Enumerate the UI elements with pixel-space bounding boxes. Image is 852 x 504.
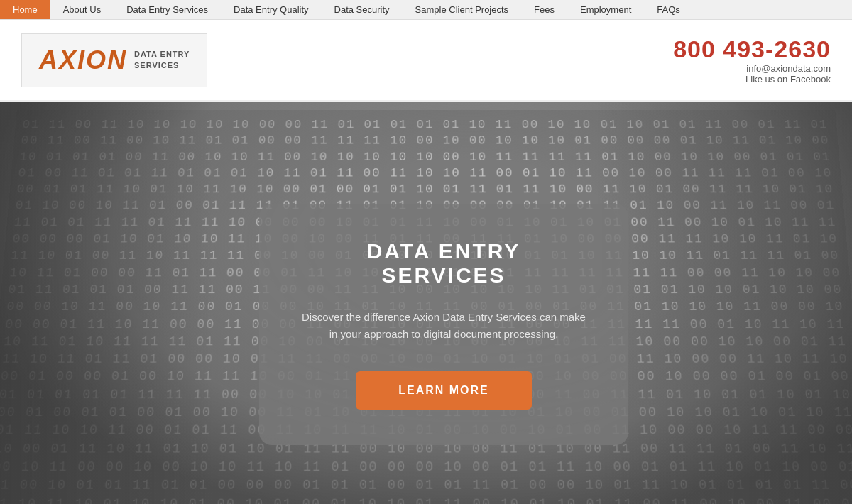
phone-number: 800 493-2630 [673,35,831,63]
nav-data-entry-quality[interactable]: Data Entry Quality [221,0,322,19]
logo-axion-text: AXION [39,45,127,75]
hero-title: DATA ENTRY SERVICES [302,239,586,287]
hero-card: DATA ENTRY SERVICES Discover the differe… [259,204,628,445]
logo-subtitle: DATA ENTRY SERVICES [134,49,190,71]
hero-section: 01 11 00 11 10 10 10 10 10 00 00 11 01 0… [0,102,852,504]
nav-data-entry-services[interactable]: Data Entry Services [114,0,221,19]
nav-sample-projects[interactable]: Sample Client Projects [403,0,522,19]
nav-data-security[interactable]: Data Security [322,0,403,19]
contact-info: 800 493-2630 info@axiondata.com Like us … [673,35,831,84]
nav-fees[interactable]: Fees [521,0,567,19]
site-header: AXION DATA ENTRY SERVICES 800 493-2630 i… [0,20,852,102]
nav-home[interactable]: Home [0,0,50,19]
learn-more-button[interactable]: LEARN MORE [356,371,532,410]
hero-description: Discover the difference Axion Data Entry… [302,309,586,343]
nav-employment[interactable]: Employment [567,0,644,19]
email-address: info@axiondata.com [673,63,831,74]
nav-about[interactable]: About Us [50,0,114,19]
facebook-link[interactable]: Like us on Facebook [673,74,831,84]
logo: AXION DATA ENTRY SERVICES [21,33,207,87]
nav-faqs[interactable]: FAQs [644,0,693,19]
main-nav: Home About Us Data Entry Services Data E… [0,0,852,20]
